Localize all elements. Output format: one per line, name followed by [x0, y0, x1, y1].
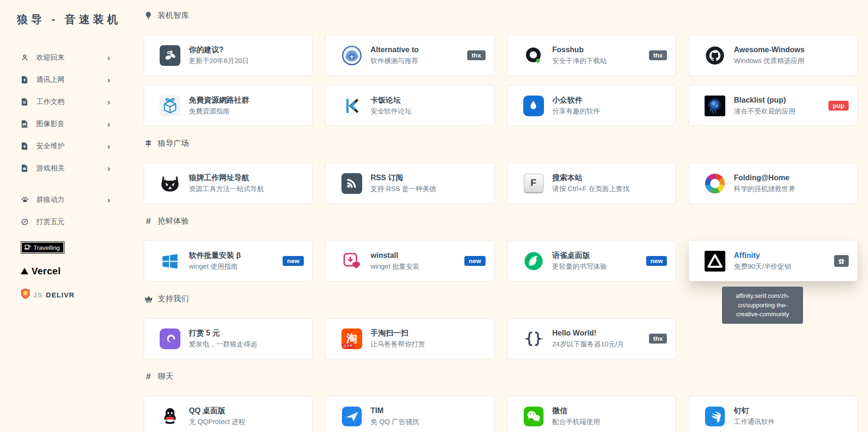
card-qq[interactable]: QQ 桌面版无 QQProtect 进程 [144, 396, 313, 432]
card-title: Fosshub [552, 45, 607, 55]
tooltip: affinity.serif.com/zh-cn/supporting-the-… [722, 287, 803, 324]
jsdelivr-label-delivr: DELIVR [46, 291, 74, 299]
sidebar-item-donate[interactable]: 打赏五元 [21, 211, 110, 233]
card-title: TIM [371, 406, 419, 416]
card-title: Blacklist (pup) [734, 96, 795, 105]
travelling-badge[interactable]: Travelling [21, 241, 65, 254]
card-tim[interactable]: TIM免 QQ 广告骚扰 [325, 396, 495, 432]
card-subtitle: 潜在不受欢迎的应用 [734, 107, 795, 116]
card-text: Awesome-WindowsWindows 优质精选应用 [734, 45, 804, 65]
card-text: Blacklist (pup)潜在不受欢迎的应用 [734, 96, 795, 116]
card-alternativeto[interactable]: Alternative to软件横测与推荐thx [325, 35, 495, 76]
signpost-icon [144, 139, 153, 148]
card-subtitle: winget 使用指南 [189, 262, 241, 271]
section-header: #聊天 [144, 371, 858, 382]
card-free-resource[interactable]: 免費資源網路社群免費資源指南 [144, 85, 313, 126]
card-subtitle: 配合手机端使用 [552, 417, 600, 426]
card-subtitle: 免費資源指南 [189, 107, 249, 116]
sidebar-item-label: 通讯上网 [36, 75, 65, 84]
person-icon [21, 54, 32, 62]
card-dingtalk[interactable]: 钉钉工作通讯软件 [689, 396, 858, 432]
card-wolf-nav[interactable]: 狼牌工作网址导航资源工具方法一站式导航 [144, 163, 313, 204]
winstall-icon [341, 251, 362, 272]
file-game-icon [21, 164, 32, 172]
card-hello-world[interactable]: Hello World!24岁以下服务器10元/月thx [507, 318, 676, 359]
card-awesome-windows[interactable]: Awesome-WindowsWindows 优质精选应用 [689, 35, 858, 76]
vercel-label: Vercel [32, 266, 61, 277]
card-yuque[interactable]: 语雀桌面版更轻量的书写体验new [507, 240, 676, 281]
card-subtitle: 爱发电，一群狼走得远 [189, 340, 257, 349]
card-title: 语雀桌面版 [552, 251, 607, 261]
vercel-logo[interactable]: Vercel [21, 266, 135, 277]
card-title: Folding@Home [734, 173, 795, 183]
card-title: winstall [371, 251, 420, 261]
card-subtitle: 更新于20年6月20日 [189, 56, 249, 65]
card-fosshub[interactable]: Fosshub安全干净的下载站thx [507, 35, 676, 76]
card-grid: 狼牌工作网址导航资源工具方法一站式导航RSS 订阅支持 RSS 是一种美德F搜索… [144, 163, 858, 204]
card-affinity[interactable]: Affinity免费90天/半价促销affinity.serif.com/zh-… [689, 240, 858, 281]
card-subtitle: 资源工具方法一站式导航 [189, 184, 264, 193]
card-rss[interactable]: RSS 订阅支持 RSS 是一种美德 [325, 163, 495, 204]
card-taobao-scan[interactable]: 淘过大年手淘扫一扫让马爸爸帮你打赏 [325, 318, 495, 359]
card-text: Alternative to软件横测与推荐 [371, 45, 419, 65]
sidebar-item-welcome[interactable]: 欢迎回来› [21, 47, 110, 69]
sidebar-item-label: 工作文档 [36, 97, 65, 106]
card-donate-5[interactable]: 打赏 5 元爱发电，一群狼走得远 [144, 318, 313, 359]
file-text-icon [21, 98, 32, 106]
sidebar-item-power[interactable]: 群狼动力› [21, 189, 110, 211]
card-grid: 你的建议?更新于20年6月20日Alternative to软件横测与推荐thx… [144, 35, 858, 126]
card-wechat[interactable]: 微信配合手机端使用 [507, 396, 676, 432]
badge-thx: thx [649, 334, 667, 344]
card-text: 打赏 5 元爱发电，一群狼走得远 [189, 328, 257, 349]
card-title: Affinity [734, 251, 791, 261]
bulb-icon [144, 11, 153, 20]
card-text: 手淘扫一扫让马爸爸帮你打赏 [371, 328, 425, 349]
wolf-icon [160, 173, 180, 194]
sidebar-item-label: 安全维护 [36, 142, 65, 151]
card-appinn[interactable]: 小众软件分享有趣的软件 [507, 85, 676, 126]
card-title: 你的建议? [189, 45, 249, 55]
card-search-site[interactable]: F搜索本站请按 Ctrl+F 在页面上查找 [507, 163, 676, 204]
section-title: 聊天 [158, 371, 173, 382]
card-winstall[interactable]: winstallwinget 批量安装new [325, 240, 495, 281]
sidebar-item-security[interactable]: 安全维护› [21, 135, 110, 157]
card-winget-guide[interactable]: 软件批量安装 βwinget 使用指南new [144, 240, 313, 281]
section-header: 狼导广场 [144, 138, 858, 149]
card-suggestion[interactable]: 你的建议?更新于20年6月20日 [144, 35, 313, 76]
card-subtitle: 更轻量的书写体验 [552, 262, 607, 271]
card-text: 微信配合手机端使用 [552, 406, 600, 426]
card-text: 搜索本站请按 Ctrl+F 在页面上查找 [552, 173, 630, 193]
fosshub-icon [523, 45, 544, 66]
card-blacklist[interactable]: Blacklist (pup)潜在不受欢迎的应用pup [689, 85, 858, 126]
jsdelivr-logo[interactable]: JSDELIVR [21, 288, 135, 301]
card-subtitle: 无 QQProtect 进程 [189, 417, 245, 426]
brain-icon [705, 96, 725, 116]
card-text: Fosshub安全干净的下载站 [552, 45, 607, 65]
sidebar-item-docs[interactable]: 工作文档› [21, 91, 110, 113]
sidebar-item-media[interactable]: 图像影音› [21, 113, 110, 135]
chevron-right-icon: › [107, 164, 110, 173]
afdian-swirl-icon [160, 328, 180, 349]
card-grid: QQ 桌面版无 QQProtect 进程TIM免 QQ 广告骚扰微信配合手机端使… [144, 396, 858, 432]
sidebar-item-games[interactable]: 游戏相关› [21, 157, 110, 179]
qq-penguin-icon [160, 406, 180, 427]
badge-thx: thx [649, 50, 667, 60]
section-title: 装机智库 [158, 10, 189, 21]
card-title: 搜索本站 [552, 173, 630, 183]
chevron-right-icon: › [107, 196, 110, 204]
card-subtitle: 安全干净的下载站 [552, 56, 607, 65]
gift-badge [834, 255, 849, 267]
windows-icon [160, 251, 180, 272]
sidebar-item-network[interactable]: 通讯上网› [21, 69, 110, 91]
github-octocat-icon [705, 45, 725, 66]
card-kafan[interactable]: 卡饭论坛安全软件论坛 [325, 85, 495, 126]
coin-icon [21, 218, 32, 226]
card-folding-home[interactable]: Folding@Home科学的挂机拯救世界 [689, 163, 858, 204]
card-text: TIM免 QQ 广告骚扰 [371, 406, 419, 426]
card-text: winstallwinget 批量安装 [371, 251, 420, 271]
card-subtitle: 请按 Ctrl+F 在页面上查找 [552, 184, 630, 193]
suggestion-icon [160, 45, 180, 66]
badge-new: new [646, 256, 667, 266]
card-text: 狼牌工作网址导航资源工具方法一站式导航 [189, 173, 264, 193]
card-subtitle: 科学的挂机拯救世界 [734, 184, 795, 193]
